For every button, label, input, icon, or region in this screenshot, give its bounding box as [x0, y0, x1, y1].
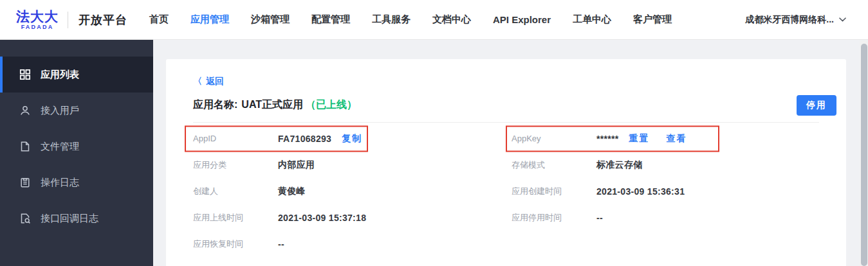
chevron-down-icon [839, 17, 846, 22]
nav-item-customer-management[interactable]: 客户管理 [633, 13, 672, 26]
sidebar-item-file-management[interactable]: 文件管理 [0, 129, 153, 164]
field-create-time: 应用创建时间 2021-03-09 15:36:31 [512, 178, 819, 204]
nav-item-tools[interactable]: 工具服务 [372, 13, 411, 26]
field-value: -- [596, 213, 603, 223]
field-row: 应用上线时间 2021-03-09 15:37:18 应用停用时间 -- [193, 204, 819, 231]
field-value: FA71068293 [278, 134, 331, 144]
sidebar-item-label: 文件管理 [41, 141, 79, 153]
field-row: AppID FA71068293 复制 AppKey ****** 重置 查看 [193, 125, 819, 152]
nav-item-api-explorer[interactable]: API Explorer [493, 14, 551, 25]
app-name: UAT正式应用 [241, 98, 303, 112]
field-label: AppID [193, 134, 278, 143]
field-value: 黄俊峰 [278, 186, 306, 197]
field-label: 应用分类 [193, 159, 278, 171]
field-value: 2021-03-09 15:37:18 [278, 213, 366, 223]
file-icon [19, 141, 31, 152]
field-label: 存储模式 [512, 159, 596, 171]
logo-text-en: FADADA [21, 24, 54, 30]
nav-item-home[interactable]: 首页 [149, 13, 169, 26]
nav-item-ticket-center[interactable]: 工单中心 [573, 13, 611, 26]
field-disable-time: 应用停用时间 -- [512, 204, 819, 231]
back-link[interactable]: 〈 返回 [193, 75, 224, 87]
sidebar-item-app-list[interactable]: 应用列表 [0, 57, 153, 93]
view-link[interactable]: 查看 [667, 133, 687, 145]
field-row: 应用恢复时间 -- [193, 231, 819, 257]
field-appkey: AppKey ****** 重置 查看 [512, 125, 819, 152]
back-chevron-icon: 〈 [193, 75, 202, 87]
scrollbar-track [860, 40, 868, 266]
account-name: 成都米牙西博网络科... [745, 14, 834, 26]
sidebar-item-label: 应用列表 [41, 69, 79, 81]
field-row: 创建人 黄俊峰 应用创建时间 2021-03-09 15:36:31 [193, 178, 819, 204]
account-dropdown[interactable]: 成都米牙西博网络科... [745, 14, 846, 26]
section-divider [193, 122, 819, 123]
app-name-label: 应用名称: [193, 98, 237, 112]
field-value: 内部应用 [278, 159, 315, 171]
scrollbar-thumb[interactable] [861, 44, 867, 266]
disable-app-button[interactable]: 停用 [797, 95, 836, 116]
sidebar-item-operation-log[interactable]: 操作日志 [0, 164, 153, 200]
field-online-time: 应用上线时间 2021-03-09 15:37:18 [193, 204, 512, 231]
fadada-logo[interactable]: 法大大 FADADA [16, 10, 59, 30]
field-app-category: 应用分类 内部应用 [193, 152, 512, 178]
sidebar-item-label: 接口回调日志 [41, 213, 98, 225]
doc-search-icon [19, 213, 31, 224]
grid-icon [19, 69, 31, 80]
field-row: 应用分类 内部应用 存储模式 标准云存储 [193, 152, 819, 178]
field-label: 创建人 [193, 186, 278, 197]
top-navbar: 法大大 FADADA 开放平台 首页 应用管理 沙箱管理 配置管理 工具服务 文… [0, 0, 868, 40]
sidebar: 应用列表 接入用戶 文件管理 操作日志 接口回调日志 [0, 40, 153, 266]
nav-item-docs[interactable]: 文档中心 [432, 13, 471, 26]
nav-item-app-management[interactable]: 应用管理 [190, 13, 229, 26]
sidebar-item-label: 接入用戶 [41, 105, 79, 117]
field-label: 应用恢复时间 [193, 238, 278, 250]
field-restore-time: 应用恢复时间 -- [193, 231, 512, 257]
field-creator: 创建人 黄俊峰 [193, 178, 512, 204]
field-label: 应用上线时间 [193, 212, 278, 224]
copy-link[interactable]: 复制 [342, 133, 362, 145]
app-window: 法大大 FADADA 开放平台 首页 应用管理 沙箱管理 配置管理 工具服务 文… [0, 0, 868, 266]
field-empty [512, 231, 819, 257]
back-label: 返回 [206, 75, 224, 87]
sidebar-item-callback-log[interactable]: 接口回调日志 [0, 200, 153, 236]
app-detail-card: 〈 返回 应用名称: UAT正式应用 （已上线） 停用 AppID FA7106… [166, 59, 846, 266]
main-nav: 首页 应用管理 沙箱管理 配置管理 工具服务 文档中心 API Explorer… [149, 13, 672, 26]
nav-divider [68, 12, 68, 28]
status-badge: （已上线） [306, 98, 357, 112]
user-icon [19, 105, 31, 116]
app-detail-fields: AppID FA71068293 复制 AppKey ****** 重置 查看 … [193, 125, 819, 257]
app-title-row: 应用名称: UAT正式应用 （已上线） [193, 98, 819, 112]
sidebar-item-label: 操作日志 [41, 177, 79, 189]
field-value: -- [278, 239, 284, 249]
field-value: ****** [596, 134, 619, 144]
sidebar-item-access-users[interactable]: 接入用戶 [0, 93, 153, 129]
clipboard-icon [19, 177, 31, 188]
field-value: 标准云存储 [596, 159, 643, 171]
nav-item-sandbox[interactable]: 沙箱管理 [251, 13, 290, 26]
field-appid: AppID FA71068293 复制 [193, 125, 512, 152]
field-label: 应用停用时间 [512, 212, 596, 224]
field-value: 2021-03-09 15:36:31 [596, 186, 685, 197]
field-storage-mode: 存储模式 标准云存储 [512, 152, 819, 178]
reset-link[interactable]: 重置 [629, 133, 650, 145]
logo-text-cn: 法大大 [16, 10, 59, 23]
field-label: AppKey [512, 134, 596, 143]
nav-item-config[interactable]: 配置管理 [311, 13, 350, 26]
field-label: 应用创建时间 [512, 186, 596, 197]
platform-title: 开放平台 [78, 12, 127, 28]
